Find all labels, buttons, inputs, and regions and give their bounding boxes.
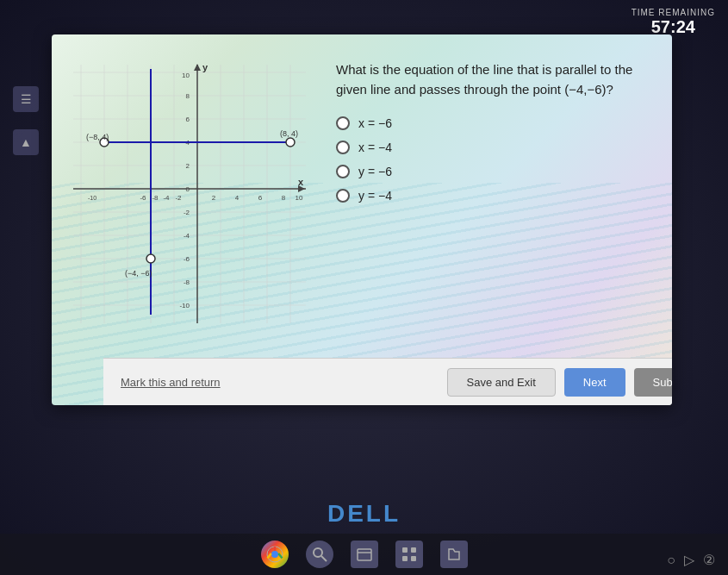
svg-text:6: 6	[258, 194, 263, 202]
answer-option-4-text: y = −4	[358, 189, 392, 203]
svg-line-60	[321, 556, 327, 561]
svg-text:(8, 4): (8, 4)	[280, 129, 298, 138]
svg-text:(−8, 4): (−8, 4)	[86, 133, 109, 141]
left-sidebar: ☰ ▲	[13, 86, 39, 155]
svg-text:2: 2	[212, 194, 216, 202]
bottom-buttons: Save and Exit Next Submit	[447, 368, 672, 397]
svg-text:6: 6	[186, 116, 190, 123]
svg-rect-61	[358, 549, 371, 560]
svg-text:-4: -4	[163, 194, 170, 202]
answer-option-2-text: x = −4	[358, 141, 392, 154]
bottom-bar: Mark this and return Save and Exit Next …	[103, 358, 672, 405]
radio-1[interactable]	[336, 116, 350, 130]
svg-text:(−4, −6): (−4, −6)	[125, 269, 152, 278]
svg-point-58	[271, 551, 278, 558]
svg-rect-63	[402, 547, 408, 553]
svg-rect-66	[411, 556, 416, 561]
sidebar-icon-menu[interactable]: ☰	[13, 86, 39, 112]
question-text: What is the equation of the line that is…	[336, 60, 663, 99]
quiz-container: y x -6 -4 -8 -2 2 4 6 8 10 -10 0 2 4 6 8…	[52, 34, 672, 405]
svg-text:-8: -8	[184, 278, 190, 286]
tray-icon-2: ▷	[684, 552, 694, 568]
svg-text:-10: -10	[179, 302, 190, 309]
svg-text:-2: -2	[184, 209, 190, 216]
svg-point-59	[314, 548, 322, 557]
taskbar-chrome-icon[interactable]	[261, 541, 289, 568]
question-area: What is the equation of the line that is…	[336, 60, 663, 213]
sidebar-icon-up[interactable]: ▲	[13, 129, 39, 155]
answer-option-3-text: y = −6	[358, 165, 392, 178]
answer-option-4[interactable]: y = −4	[336, 189, 663, 203]
svg-marker-24	[194, 64, 201, 71]
svg-text:10: 10	[296, 194, 303, 202]
svg-text:y: y	[202, 62, 208, 72]
timer-label: TIME REMAINING	[632, 8, 715, 17]
svg-text:-4: -4	[184, 232, 190, 240]
graph-area: y x -6 -4 -8 -2 2 4 6 8 10 -10 0 2 4 6 8…	[69, 60, 310, 345]
taskbar-grid-icon[interactable]	[395, 541, 423, 568]
coordinate-graph: y x -6 -4 -8 -2 2 4 6 8 10 -10 0 2 4 6 8…	[69, 60, 310, 328]
answer-option-1[interactable]: x = −6	[336, 116, 663, 130]
tray-icon-1: ○	[667, 553, 675, 568]
next-button[interactable]: Next	[564, 368, 625, 397]
taskbar: ○ ▷ ②	[0, 534, 728, 575]
radio-4[interactable]	[336, 189, 350, 203]
svg-text:4: 4	[235, 194, 240, 202]
svg-text:-10: -10	[88, 195, 96, 201]
svg-text:-6: -6	[184, 255, 190, 263]
dell-logo: DELL	[327, 500, 401, 528]
taskbar-files-icon[interactable]	[440, 541, 468, 568]
save-exit-button[interactable]: Save and Exit	[447, 368, 556, 397]
taskbar-window-icon[interactable]	[351, 541, 378, 568]
answer-option-2[interactable]: x = −4	[336, 141, 663, 154]
svg-text:8: 8	[186, 92, 190, 100]
svg-text:2: 2	[186, 162, 190, 170]
answer-options-list: x = −6 x = −4 y = −6 y = −4	[336, 116, 663, 203]
svg-text:x: x	[298, 177, 304, 187]
taskbar-search-icon[interactable]	[306, 541, 333, 568]
radio-2[interactable]	[336, 141, 350, 154]
tray-icon-3: ②	[703, 552, 715, 568]
svg-text:-2: -2	[175, 194, 182, 202]
svg-text:-8: -8	[152, 194, 159, 202]
mark-return-link[interactable]: Mark this and return	[121, 376, 221, 389]
svg-text:8: 8	[282, 194, 286, 202]
svg-rect-64	[411, 547, 416, 553]
radio-3[interactable]	[336, 165, 350, 178]
answer-option-1-text: x = −6	[358, 116, 392, 130]
svg-text:10: 10	[182, 72, 190, 79]
submit-button[interactable]: Submit	[634, 368, 672, 397]
svg-rect-65	[402, 556, 408, 561]
answer-option-3[interactable]: y = −6	[336, 165, 663, 178]
svg-point-55	[146, 254, 155, 263]
svg-text:0: 0	[186, 185, 190, 193]
svg-text:-6: -6	[140, 194, 146, 202]
timer-display: TIME REMAINING 57:24	[632, 7, 715, 37]
svg-point-53	[286, 138, 295, 147]
